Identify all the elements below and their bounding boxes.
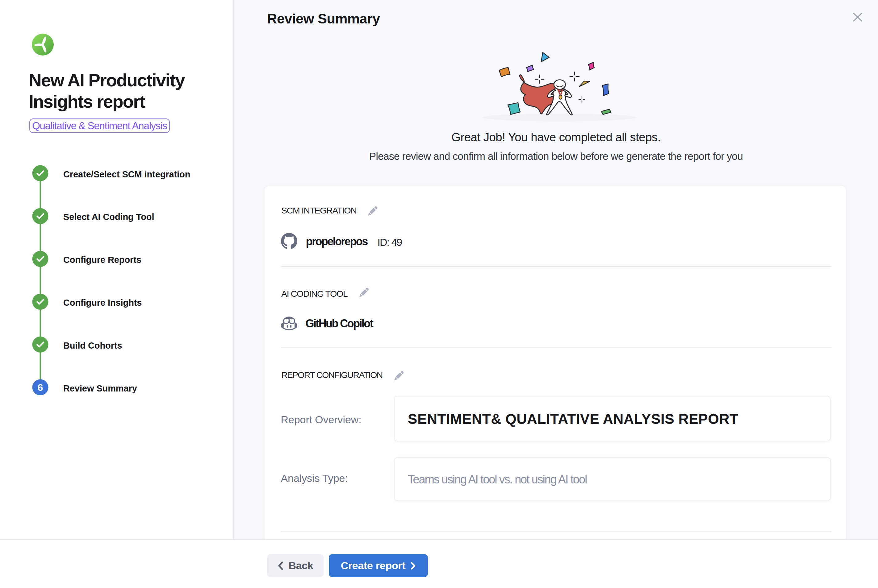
svg-text:6: 6: [38, 382, 43, 393]
